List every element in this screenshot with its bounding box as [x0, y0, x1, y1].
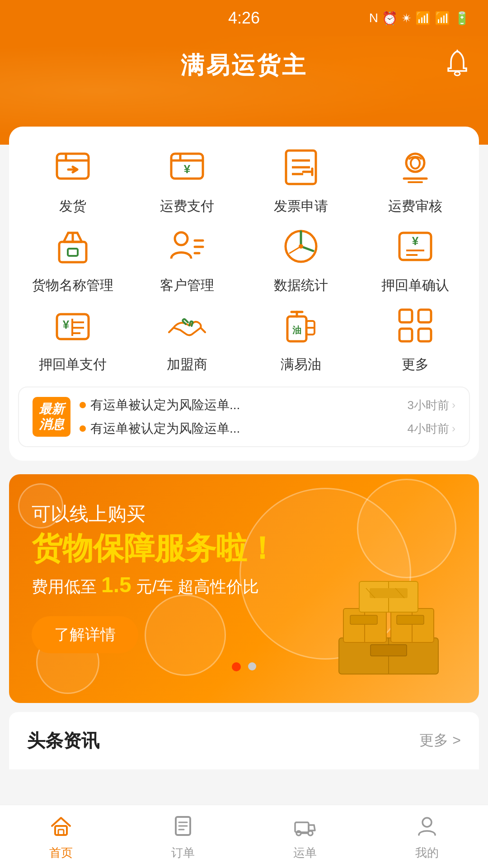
news-badge: 最新 消息 — [33, 397, 70, 436]
freight-label: 运费支付 — [160, 197, 214, 215]
svg-rect-58 — [370, 588, 408, 598]
home-nav-icon — [49, 814, 73, 841]
headline-section: 头条资讯 更多 > — [9, 712, 479, 769]
wifi-icon: 📶 — [415, 11, 431, 26]
svg-text:¥: ¥ — [412, 234, 419, 248]
svg-point-68 — [296, 831, 301, 835]
invoice-icon — [278, 145, 324, 190]
more-label: 更多 — [402, 355, 429, 373]
news-text-2: 有运单被认定为风险运单... — [90, 420, 240, 437]
headline-more-button[interactable]: 更多 > — [419, 731, 461, 750]
menu-item-ship[interactable]: 发货 — [18, 145, 128, 215]
price-num: 1.5 — [101, 573, 131, 597]
headline-title: 头条资讯 — [27, 728, 99, 753]
menu-item-cargo[interactable]: 货物名称管理 — [18, 224, 128, 294]
ship-icon — [50, 145, 95, 190]
nav-label-home: 首页 — [49, 845, 73, 861]
nav-item-home[interactable]: 首页 — [0, 814, 122, 861]
menu-item-invoice[interactable]: 发票申请 — [246, 145, 356, 215]
svg-rect-44 — [418, 310, 431, 322]
price-suffix: 超高性价比 — [178, 577, 259, 596]
freight-icon: ¥ — [164, 145, 210, 190]
svg-rect-20 — [68, 249, 78, 256]
audit-icon — [393, 145, 438, 190]
menu-item-audit[interactable]: 运费审核 — [361, 145, 470, 215]
mine-nav-icon — [415, 814, 439, 841]
audit-label: 运费审核 — [388, 197, 442, 215]
svg-point-0 — [455, 72, 460, 75]
nav-item-waybill[interactable]: 运单 — [244, 814, 366, 861]
stats-label: 数据统计 — [274, 276, 328, 294]
svg-text:¥: ¥ — [184, 162, 191, 176]
oil-label: 满易油 — [281, 355, 321, 373]
news-item-1[interactable]: 有运单被认定为风险运单... 3小时前 › — [80, 396, 455, 414]
nfc-icon: N — [369, 11, 378, 25]
alarm-icon: ⏰ — [382, 11, 398, 26]
banner-learn-more-button[interactable]: 了解详情 — [32, 616, 138, 653]
banner-boxes — [325, 575, 452, 685]
svg-rect-43 — [399, 310, 412, 322]
news-item-2[interactable]: 有运单被认定为风险运单... 4小时前 › — [80, 420, 455, 437]
bluetooth-icon: ✴ — [401, 11, 412, 26]
nav-item-order[interactable]: 订单 — [122, 814, 244, 861]
more-icon — [393, 303, 438, 348]
nav-label-mine: 我的 — [415, 845, 439, 861]
battery-icon: 🔋 — [454, 11, 470, 26]
news-arrow-1: › — [452, 399, 455, 411]
price-unit: 元/车 — [136, 577, 173, 596]
payment-icon: ¥ — [50, 303, 95, 348]
partner-label: 加盟商 — [167, 355, 207, 373]
news-text-1: 有运单被认定为风险运单... — [90, 396, 240, 414]
bell-icon[interactable] — [445, 49, 470, 82]
cargo-icon — [50, 224, 95, 269]
headline-header: 头条资讯 更多 > — [27, 728, 461, 753]
invoice-label: 发票申请 — [274, 197, 328, 215]
nav-item-mine[interactable]: 我的 — [366, 814, 488, 861]
svg-text:油: 油 — [292, 325, 301, 335]
svg-rect-45 — [399, 329, 412, 341]
svg-rect-55 — [397, 615, 424, 624]
nav-label-order: 订单 — [171, 845, 195, 861]
header-content: 满易运货主 — [18, 50, 470, 81]
signal-icon: 📶 — [435, 11, 450, 26]
menu-item-freight[interactable]: ¥ 运费支付 — [132, 145, 242, 215]
menu-item-confirm[interactable]: ¥ 押回单确认 — [361, 224, 470, 294]
news-dot-2 — [80, 425, 86, 432]
payment-label: 押回单支付 — [39, 355, 107, 373]
cargo-label: 货物名称管理 — [32, 276, 113, 294]
waybill-nav-icon — [293, 814, 317, 841]
ship-label: 发货 — [59, 197, 86, 215]
status-icons: N ⏰ ✴ 📶 📶 🔋 — [369, 11, 470, 26]
banner-text-main: 货物保障服务啦！ — [32, 531, 456, 565]
stats-icon — [278, 224, 324, 269]
bottom-nav: 首页 订单 运单 — [0, 805, 488, 868]
svg-rect-46 — [418, 329, 431, 341]
customer-icon — [164, 224, 210, 269]
menu-grid: 发货 ¥ 运费支付 — [18, 145, 470, 373]
customer-label: 客户管理 — [160, 276, 214, 294]
oil-icon: 油 — [278, 303, 324, 348]
menu-item-payment[interactable]: ¥ 押回单支付 — [18, 303, 128, 373]
menu-item-partner[interactable]: 加盟商 — [132, 303, 242, 373]
svg-point-69 — [308, 831, 313, 835]
partner-icon — [164, 303, 210, 348]
menu-item-customer[interactable]: 客户管理 — [132, 224, 242, 294]
news-list: 有运单被认定为风险运单... 3小时前 › 有运单被认定为风险运单... 4小时… — [80, 396, 455, 437]
svg-point-26 — [299, 244, 303, 249]
svg-point-71 — [422, 818, 432, 827]
menu-item-stats[interactable]: 数据统计 — [246, 224, 356, 294]
svg-point-14 — [411, 158, 420, 169]
status-time: 4:26 — [228, 9, 260, 28]
news-arrow-2: › — [452, 422, 455, 435]
confirm-label: 押回单确认 — [381, 276, 449, 294]
svg-rect-49 — [371, 645, 407, 656]
nav-label-waybill: 运单 — [293, 845, 317, 861]
svg-text:¥: ¥ — [63, 318, 70, 331]
svg-rect-17 — [59, 242, 86, 262]
menu-item-oil[interactable]: 油 满易油 — [246, 303, 356, 373]
menu-item-more[interactable]: 更多 — [361, 303, 470, 373]
svg-point-21 — [175, 232, 188, 245]
news-section: 最新 消息 有运单被认定为风险运单... 3小时前 › 有运单被认定为风险运单.… — [18, 387, 470, 447]
news-dot-1 — [80, 402, 86, 408]
banner-text-top: 可以线上购买 — [32, 501, 456, 527]
